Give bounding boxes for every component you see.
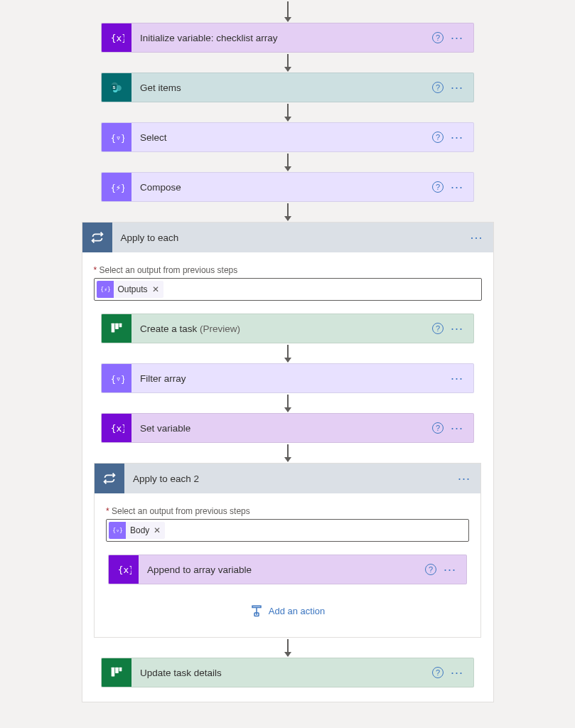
- action-append-array[interactable]: {x} Append to array variable ? ···: [108, 555, 467, 584]
- action-filter-array[interactable]: {▿} Filter array ···: [101, 363, 474, 393]
- token-chip-outputs[interactable]: {⚡} Outputs ✕: [97, 281, 163, 298]
- action-title: Apply to each 2: [124, 473, 455, 484]
- action-update-task-details[interactable]: Update task details ? ···: [101, 658, 474, 687]
- more-menu-icon[interactable]: ···: [448, 131, 466, 144]
- action-title: Compose: [131, 182, 432, 193]
- apply-to-each-2-container: Apply to each 2 ··· * Select an output f…: [94, 463, 481, 638]
- svg-text:S: S: [113, 85, 116, 90]
- more-menu-icon[interactable]: ···: [448, 31, 466, 44]
- more-menu-icon[interactable]: ···: [467, 231, 485, 244]
- variable-icon: {x}: [109, 555, 139, 584]
- filter-icon: {▿}: [109, 522, 126, 539]
- action-set-variable[interactable]: {x} Set variable ? ···: [101, 413, 474, 443]
- action-title: Get items: [131, 82, 432, 93]
- connector-arrow: [287, 639, 289, 656]
- svg-rect-21: [119, 668, 122, 672]
- svg-rect-20: [115, 668, 119, 673]
- help-icon[interactable]: ?: [432, 667, 444, 678]
- help-icon[interactable]: ?: [432, 32, 444, 43]
- svg-text:{x}: {x}: [111, 33, 124, 43]
- apply-to-each-container: Apply to each ··· * Select an output fro…: [82, 222, 494, 702]
- foreach-body: * Select an output from previous steps {…: [95, 493, 480, 623]
- svg-text:{⚡}: {⚡}: [100, 287, 110, 293]
- planner-icon: [102, 314, 131, 343]
- help-icon[interactable]: ?: [432, 422, 444, 434]
- token-chip-body[interactable]: {▿} Body ✕: [109, 522, 165, 539]
- more-menu-icon[interactable]: ···: [448, 81, 466, 94]
- more-menu-icon[interactable]: ···: [448, 666, 466, 679]
- variable-icon: {x}: [102, 413, 131, 443]
- more-menu-icon[interactable]: ···: [448, 372, 466, 385]
- filter-icon: {▿}: [102, 363, 131, 393]
- connector-arrow: [287, 395, 289, 412]
- svg-text:{x}: {x}: [118, 564, 131, 575]
- loop-icon: [82, 223, 112, 252]
- output-selector-input[interactable]: {▿} Body ✕: [106, 519, 469, 542]
- svg-text:{x}: {x}: [111, 423, 124, 434]
- select-icon: {▿}: [102, 122, 131, 152]
- action-title: Select: [131, 132, 432, 143]
- svg-rect-11: [119, 323, 122, 328]
- compose-icon: {⚡}: [97, 281, 114, 298]
- connector-arrow: [287, 345, 289, 362]
- flow-canvas: {x} Initialize variable: checklist array…: [0, 0, 575, 702]
- help-icon[interactable]: ?: [432, 82, 444, 93]
- action-title: Update task details: [131, 668, 432, 678]
- apply-to-each-2-header[interactable]: Apply to each 2 ···: [95, 464, 480, 493]
- connector-arrow: [287, 54, 289, 71]
- connector-arrow: [287, 104, 289, 121]
- action-compose[interactable]: {⚡} Compose ? ···: [101, 172, 474, 202]
- planner-icon: [102, 658, 131, 687]
- svg-rect-10: [115, 323, 119, 329]
- add-action-button[interactable]: Add an action: [250, 604, 326, 617]
- action-title: Set variable: [131, 423, 432, 434]
- add-action-icon: [250, 604, 263, 617]
- connector-arrow: [287, 154, 289, 171]
- action-initialize-variable[interactable]: {x} Initialize variable: checklist array…: [101, 23, 474, 53]
- help-icon[interactable]: ?: [432, 181, 444, 193]
- add-action-label: Add an action: [269, 606, 326, 616]
- svg-text:{▿}: {▿}: [111, 374, 124, 384]
- loop-icon: [95, 464, 124, 493]
- svg-text:{▿}: {▿}: [111, 133, 124, 143]
- svg-rect-16: [252, 606, 261, 607]
- remove-token-icon[interactable]: ✕: [154, 525, 165, 535]
- sharepoint-icon: S: [102, 73, 131, 102]
- remove-token-icon[interactable]: ✕: [152, 284, 163, 294]
- compose-icon: {⚡}: [102, 172, 131, 202]
- action-create-task[interactable]: Create a task (Preview) ? ···: [101, 314, 474, 343]
- help-icon[interactable]: ?: [425, 564, 436, 575]
- connector-arrow: [287, 203, 289, 220]
- field-label: * Select an output from previous steps: [94, 265, 238, 275]
- field-label: * Select an output from previous steps: [106, 506, 250, 516]
- apply-to-each-header[interactable]: Apply to each ···: [82, 223, 493, 252]
- svg-text:{▿}: {▿}: [112, 528, 122, 534]
- connector-arrow: [287, 1, 289, 21]
- svg-rect-9: [112, 323, 115, 333]
- more-menu-icon[interactable]: ···: [448, 181, 466, 193]
- more-menu-icon[interactable]: ···: [441, 563, 459, 576]
- action-get-items[interactable]: S Get items ? ···: [101, 73, 474, 102]
- output-selector-input[interactable]: {⚡} Outputs ✕: [94, 278, 482, 301]
- more-menu-icon[interactable]: ···: [455, 472, 473, 485]
- action-title: Append to array variable: [139, 564, 425, 575]
- chip-label: Body: [126, 525, 154, 535]
- action-title: Filter array: [131, 373, 448, 384]
- action-title: Initialize variable: checklist array: [131, 33, 432, 43]
- help-icon[interactable]: ?: [432, 132, 444, 143]
- action-title: Apply to each: [112, 232, 468, 243]
- connector-arrow: [287, 444, 289, 461]
- help-icon[interactable]: ?: [432, 323, 444, 334]
- action-title: Create a task (Preview): [131, 323, 432, 334]
- variable-icon: {x}: [102, 23, 131, 53]
- svg-text:{⚡}: {⚡}: [111, 183, 124, 193]
- more-menu-icon[interactable]: ···: [448, 322, 466, 335]
- chip-label: Outputs: [114, 284, 152, 294]
- foreach-body: * Select an output from previous steps {…: [82, 252, 493, 687]
- svg-rect-19: [112, 668, 115, 677]
- action-select[interactable]: {▿} Select ? ···: [101, 122, 474, 152]
- more-menu-icon[interactable]: ···: [448, 422, 466, 434]
